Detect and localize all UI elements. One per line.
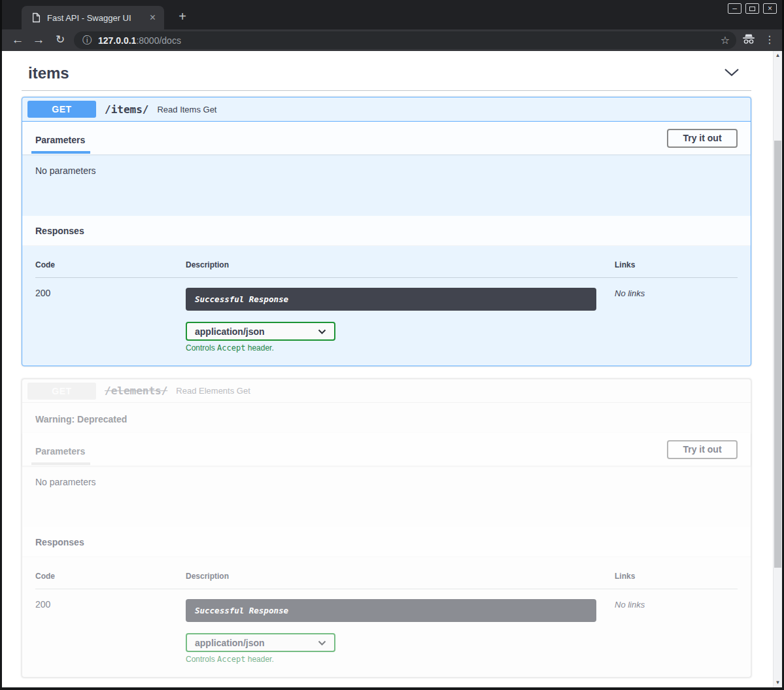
responses-table-header: Code Description Links — [35, 572, 738, 589]
operation-summary[interactable]: GET /items/ Read Items Get — [22, 97, 751, 122]
operation-path: /items/ — [105, 103, 148, 116]
bookmark-star-icon[interactable]: ☆ — [721, 34, 730, 46]
media-type-select[interactable]: application/json — [186, 633, 335, 652]
no-parameters-text: No parameters — [35, 477, 96, 487]
description-header: Description — [186, 572, 615, 581]
media-type-select[interactable]: application/json — [186, 322, 335, 341]
responses-body: Code Description Links 200 Successful Re… — [22, 246, 751, 366]
operation-path: /elements/ — [105, 385, 167, 397]
tag-title: items — [28, 64, 69, 82]
maximize-icon — [749, 7, 755, 11]
try-it-out-button[interactable]: Try it out — [667, 440, 738, 459]
scroll-down-icon[interactable]: ▼ — [774, 678, 782, 687]
browser-menu-icon[interactable]: ⋮ — [763, 29, 776, 51]
maximize-button[interactable] — [745, 3, 759, 14]
parameters-body: No parameters — [22, 466, 751, 527]
parameters-header: Parameters Try it out — [22, 122, 751, 154]
tag-section-header[interactable]: items — [22, 59, 751, 82]
response-row: 200 Successful Response application/json… — [35, 589, 738, 664]
select-chevron-icon — [318, 329, 326, 334]
links-header: Links — [615, 572, 738, 581]
back-button[interactable]: ← — [10, 29, 26, 51]
browser-window: Fast API - Swagger UI × + – × ← → ↻ ⓘ 12… — [0, 0, 784, 690]
no-links-text: No links — [615, 288, 645, 298]
operation-get-items: GET /items/ Read Items Get Parameters Tr… — [22, 97, 751, 366]
browser-tab[interactable]: Fast API - Swagger UI × — [22, 6, 164, 29]
try-it-out-button[interactable]: Try it out — [667, 129, 738, 148]
operation-summary[interactable]: GET /elements/ Read Elements Get — [22, 379, 751, 403]
forward-button[interactable]: → — [31, 29, 46, 51]
tab-title: Fast API - Swagger UI — [47, 13, 147, 23]
url-text[interactable]: 127.0.0.1:8000/docs — [98, 35, 721, 46]
parameters-tab-label: Parameters — [35, 446, 85, 457]
operation-summary-text: Read Items Get — [157, 105, 216, 114]
close-window-icon: × — [768, 5, 772, 12]
swagger-ui: items GET /items/ Read Items Get Paramet… — [2, 51, 782, 678]
tab-parameters[interactable]: Parameters — [31, 135, 90, 154]
responses-header: Responses — [22, 527, 751, 557]
minimize-button[interactable]: – — [728, 3, 741, 14]
responses-table-header: Code Description Links — [35, 260, 738, 278]
section-divider — [22, 90, 751, 91]
scroll-up-icon[interactable]: ▲ — [774, 51, 782, 60]
scrollbar-thumb[interactable] — [774, 141, 781, 568]
document-icon — [32, 12, 41, 23]
no-links-text: No links — [615, 600, 645, 610]
operation-get-elements-deprecated: GET /elements/ Read Elements Get Warning… — [22, 379, 751, 678]
address-bar[interactable]: ⓘ 127.0.0.1:8000/docs ☆ — [74, 31, 736, 49]
response-row: 200 Successful Response application/json… — [35, 278, 738, 353]
code-header: Code — [35, 260, 186, 269]
browser-toolbar: ← → ↻ ⓘ 127.0.0.1:8000/docs ☆ ⋮ — [0, 29, 784, 51]
code-header: Code — [35, 572, 186, 581]
browser-titlebar: Fast API - Swagger UI × + – × — [0, 0, 784, 29]
responses-body: Code Description Links 200 Successful Re… — [22, 557, 751, 677]
method-badge: GET — [27, 383, 96, 400]
parameters-body: No parameters — [22, 154, 751, 216]
no-parameters-text: No parameters — [35, 165, 96, 176]
info-icon[interactable]: ⓘ — [82, 35, 92, 46]
tab-close-icon[interactable]: × — [147, 11, 158, 24]
tab-parameters[interactable]: Parameters — [31, 446, 90, 465]
url-host: 127.0.0.1 — [98, 35, 136, 46]
chevron-down-icon[interactable] — [724, 67, 740, 79]
description-header: Description — [186, 260, 615, 269]
close-window-button[interactable]: × — [763, 3, 777, 14]
deprecated-warning: Warning: Deprecated — [22, 403, 751, 433]
media-type-value: application/json — [195, 326, 265, 337]
responses-title: Responses — [35, 226, 84, 236]
responses-header: Responses — [22, 216, 751, 246]
page-scrollbar[interactable]: ▲ ▼ — [773, 51, 782, 687]
parameters-tab-label: Parameters — [35, 135, 85, 145]
method-badge: GET — [27, 101, 96, 118]
reload-button[interactable]: ↻ — [52, 29, 68, 51]
response-description-box: Successful Response — [186, 599, 596, 622]
page-content: items GET /items/ Read Items Get Paramet… — [2, 51, 782, 687]
incognito-icon — [741, 33, 756, 47]
response-description-box: Successful Response — [186, 288, 596, 311]
window-controls: – × — [728, 3, 777, 14]
url-rest: :8000/docs — [136, 35, 181, 46]
accept-header-note: Controls Accept header. — [186, 343, 615, 353]
minimize-icon: – — [732, 5, 737, 12]
response-code: 200 — [35, 288, 186, 353]
response-code: 200 — [35, 599, 186, 664]
operation-summary-text: Read Elements Get — [176, 386, 250, 396]
media-type-value: application/json — [195, 638, 265, 648]
new-tab-button[interactable]: + — [173, 8, 192, 26]
links-header: Links — [615, 260, 738, 269]
select-chevron-icon — [318, 640, 326, 646]
parameters-header: Parameters Try it out — [22, 433, 751, 466]
accept-header-note: Controls Accept header. — [186, 655, 615, 664]
responses-title: Responses — [35, 537, 84, 547]
